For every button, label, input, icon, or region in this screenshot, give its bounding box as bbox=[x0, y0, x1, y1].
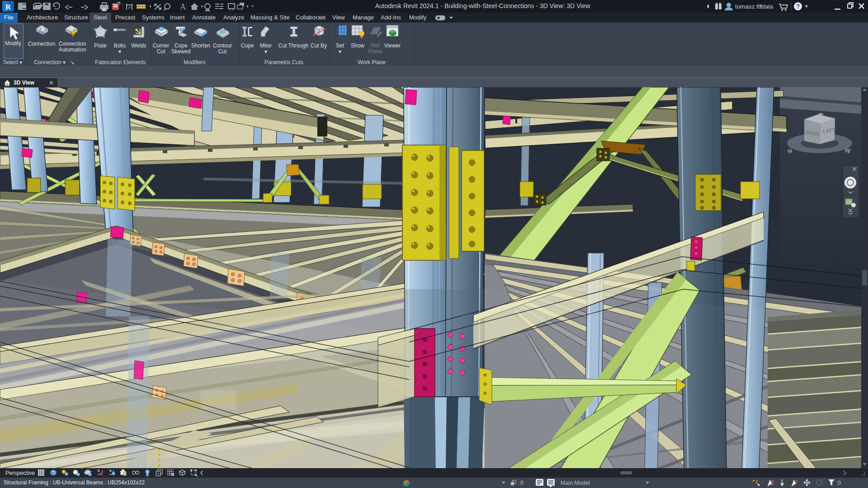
svg-text:Main Model: Main Model bbox=[561, 480, 590, 486]
svg-text::0: :0 bbox=[836, 480, 841, 486]
svg-text:Perspective: Perspective bbox=[5, 470, 35, 476]
svg-text:R: R bbox=[5, 3, 11, 11]
svg-text:tomasz.fudala: tomasz.fudala bbox=[735, 3, 774, 10]
svg-text::0: :0 bbox=[519, 480, 524, 486]
svg-text:?: ? bbox=[796, 3, 800, 10]
